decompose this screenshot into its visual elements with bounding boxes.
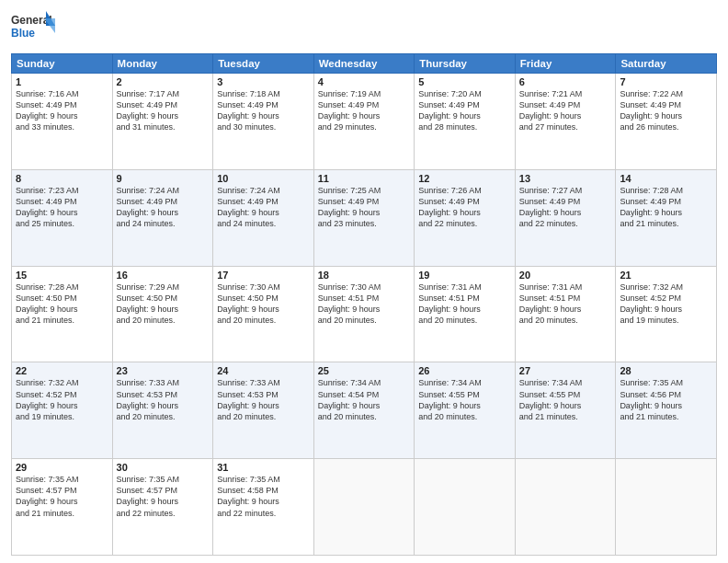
day-number: 16 (117, 270, 210, 281)
calendar-body: 1Sunrise: 7:16 AM Sunset: 4:49 PM Daylig… (12, 74, 717, 556)
day-number: 10 (217, 173, 310, 184)
day-details: Sunrise: 7:18 AM Sunset: 4:49 PM Dayligh… (217, 88, 310, 133)
calendar-cell: 4Sunrise: 7:19 AM Sunset: 4:49 PM Daylig… (313, 74, 415, 170)
calendar-cell: 21Sunrise: 7:32 AM Sunset: 4:52 PM Dayli… (616, 266, 717, 362)
day-details: Sunrise: 7:20 AM Sunset: 4:49 PM Dayligh… (418, 88, 511, 133)
calendar-cell: 17Sunrise: 7:30 AM Sunset: 4:50 PM Dayli… (213, 266, 314, 362)
svg-text:Blue: Blue (11, 27, 35, 40)
calendar-cell: 19Sunrise: 7:31 AM Sunset: 4:51 PM Dayli… (415, 266, 516, 362)
calendar-cell: 9Sunrise: 7:24 AM Sunset: 4:49 PM Daylig… (112, 169, 213, 266)
day-details: Sunrise: 7:33 AM Sunset: 4:53 PM Dayligh… (217, 377, 310, 422)
calendar-cell: 25Sunrise: 7:34 AM Sunset: 4:54 PM Dayli… (313, 362, 415, 459)
calendar-cell: 18Sunrise: 7:30 AM Sunset: 4:51 PM Dayli… (313, 266, 415, 362)
day-details: Sunrise: 7:34 AM Sunset: 4:54 PM Dayligh… (318, 377, 411, 422)
day-details: Sunrise: 7:32 AM Sunset: 4:52 PM Dayligh… (620, 282, 712, 327)
day-number: 15 (16, 270, 108, 281)
calendar-header-row: SundayMondayTuesdayWednesdayThursdayFrid… (12, 54, 717, 74)
day-details: Sunrise: 7:23 AM Sunset: 4:49 PM Dayligh… (16, 185, 108, 230)
day-number: 23 (117, 365, 210, 376)
day-details: Sunrise: 7:34 AM Sunset: 4:55 PM Dayligh… (418, 377, 511, 422)
day-number: 29 (16, 462, 108, 473)
day-details: Sunrise: 7:33 AM Sunset: 4:53 PM Dayligh… (117, 377, 210, 422)
weekday-header-cell: Monday (112, 54, 213, 74)
calendar-cell: 13Sunrise: 7:27 AM Sunset: 4:49 PM Dayli… (515, 169, 616, 266)
day-details: Sunrise: 7:29 AM Sunset: 4:50 PM Dayligh… (117, 282, 210, 327)
calendar-cell (313, 459, 415, 556)
day-number: 28 (620, 365, 712, 376)
day-details: Sunrise: 7:24 AM Sunset: 4:49 PM Dayligh… (217, 185, 310, 230)
day-number: 3 (217, 76, 310, 87)
day-number: 11 (318, 173, 411, 184)
calendar-cell: 22Sunrise: 7:32 AM Sunset: 4:52 PM Dayli… (12, 362, 113, 459)
day-number: 18 (318, 270, 411, 281)
day-number: 2 (117, 76, 210, 87)
day-details: Sunrise: 7:35 AM Sunset: 4:58 PM Dayligh… (217, 474, 310, 519)
day-details: Sunrise: 7:35 AM Sunset: 4:56 PM Dayligh… (620, 377, 712, 422)
weekday-header-cell: Sunday (12, 54, 113, 74)
day-number: 25 (318, 365, 411, 376)
calendar-cell: 7Sunrise: 7:22 AM Sunset: 4:49 PM Daylig… (616, 74, 717, 170)
weekday-header-cell: Thursday (415, 54, 516, 74)
calendar-cell: 8Sunrise: 7:23 AM Sunset: 4:49 PM Daylig… (12, 169, 113, 266)
day-details: Sunrise: 7:30 AM Sunset: 4:51 PM Dayligh… (318, 282, 411, 327)
calendar-cell: 26Sunrise: 7:34 AM Sunset: 4:55 PM Dayli… (415, 362, 516, 459)
day-details: Sunrise: 7:26 AM Sunset: 4:49 PM Dayligh… (418, 185, 511, 230)
day-number: 31 (217, 462, 310, 473)
day-number: 22 (16, 365, 108, 376)
day-number: 20 (519, 270, 612, 281)
day-number: 4 (318, 76, 411, 87)
day-number: 1 (16, 76, 108, 87)
calendar-cell: 14Sunrise: 7:28 AM Sunset: 4:49 PM Dayli… (616, 169, 717, 266)
calendar-cell: 29Sunrise: 7:35 AM Sunset: 4:57 PM Dayli… (12, 459, 113, 556)
day-details: Sunrise: 7:22 AM Sunset: 4:49 PM Dayligh… (620, 88, 712, 133)
day-details: Sunrise: 7:16 AM Sunset: 4:49 PM Dayligh… (16, 88, 108, 133)
calendar-cell: 31Sunrise: 7:35 AM Sunset: 4:58 PM Dayli… (213, 459, 314, 556)
calendar-cell: 3Sunrise: 7:18 AM Sunset: 4:49 PM Daylig… (213, 74, 314, 170)
calendar-cell (415, 459, 516, 556)
calendar-cell: 2Sunrise: 7:17 AM Sunset: 4:49 PM Daylig… (112, 74, 213, 170)
day-number: 24 (217, 365, 310, 376)
day-details: Sunrise: 7:19 AM Sunset: 4:49 PM Dayligh… (318, 88, 411, 133)
weekday-header-cell: Friday (515, 54, 616, 74)
day-details: Sunrise: 7:35 AM Sunset: 4:57 PM Dayligh… (117, 474, 210, 519)
calendar-cell: 20Sunrise: 7:31 AM Sunset: 4:51 PM Dayli… (515, 266, 616, 362)
weekday-header-cell: Wednesday (313, 54, 415, 74)
day-details: Sunrise: 7:31 AM Sunset: 4:51 PM Dayligh… (519, 282, 612, 327)
calendar-cell (515, 459, 616, 556)
calendar-cell (616, 459, 717, 556)
calendar-table: SundayMondayTuesdayWednesdayThursdayFrid… (11, 53, 717, 556)
day-details: Sunrise: 7:32 AM Sunset: 4:52 PM Dayligh… (16, 377, 108, 422)
day-details: Sunrise: 7:17 AM Sunset: 4:49 PM Dayligh… (117, 88, 210, 133)
day-number: 17 (217, 270, 310, 281)
day-number: 8 (16, 173, 108, 184)
day-details: Sunrise: 7:25 AM Sunset: 4:49 PM Dayligh… (318, 185, 411, 230)
day-details: Sunrise: 7:31 AM Sunset: 4:51 PM Dayligh… (418, 282, 511, 327)
calendar-cell: 12Sunrise: 7:26 AM Sunset: 4:49 PM Dayli… (415, 169, 516, 266)
day-details: Sunrise: 7:24 AM Sunset: 4:49 PM Dayligh… (117, 185, 210, 230)
day-number: 14 (620, 173, 712, 184)
calendar-cell: 1Sunrise: 7:16 AM Sunset: 4:49 PM Daylig… (12, 74, 113, 170)
day-details: Sunrise: 7:35 AM Sunset: 4:57 PM Dayligh… (16, 474, 108, 519)
day-details: Sunrise: 7:30 AM Sunset: 4:50 PM Dayligh… (217, 282, 310, 327)
day-number: 21 (620, 270, 712, 281)
day-number: 12 (418, 173, 511, 184)
calendar-week-row: 8Sunrise: 7:23 AM Sunset: 4:49 PM Daylig… (12, 169, 717, 266)
calendar-cell: 6Sunrise: 7:21 AM Sunset: 4:49 PM Daylig… (515, 74, 616, 170)
calendar-week-row: 29Sunrise: 7:35 AM Sunset: 4:57 PM Dayli… (12, 459, 717, 556)
calendar-cell: 15Sunrise: 7:28 AM Sunset: 4:50 PM Dayli… (12, 266, 113, 362)
day-number: 7 (620, 76, 712, 87)
weekday-header-cell: Tuesday (213, 54, 314, 74)
page-container: General Blue SundayMondayTuesdayWednesda… (0, 0, 728, 563)
day-number: 5 (418, 76, 511, 87)
logo-svg: General Blue (11, 9, 57, 48)
calendar-cell: 11Sunrise: 7:25 AM Sunset: 4:49 PM Dayli… (313, 169, 415, 266)
day-details: Sunrise: 7:27 AM Sunset: 4:49 PM Dayligh… (519, 185, 612, 230)
day-details: Sunrise: 7:28 AM Sunset: 4:49 PM Dayligh… (620, 185, 712, 230)
calendar-cell: 30Sunrise: 7:35 AM Sunset: 4:57 PM Dayli… (112, 459, 213, 556)
day-number: 26 (418, 365, 511, 376)
calendar-cell: 16Sunrise: 7:29 AM Sunset: 4:50 PM Dayli… (112, 266, 213, 362)
logo: General Blue (11, 9, 61, 48)
day-details: Sunrise: 7:28 AM Sunset: 4:50 PM Dayligh… (16, 282, 108, 327)
day-number: 27 (519, 365, 612, 376)
day-number: 9 (117, 173, 210, 184)
